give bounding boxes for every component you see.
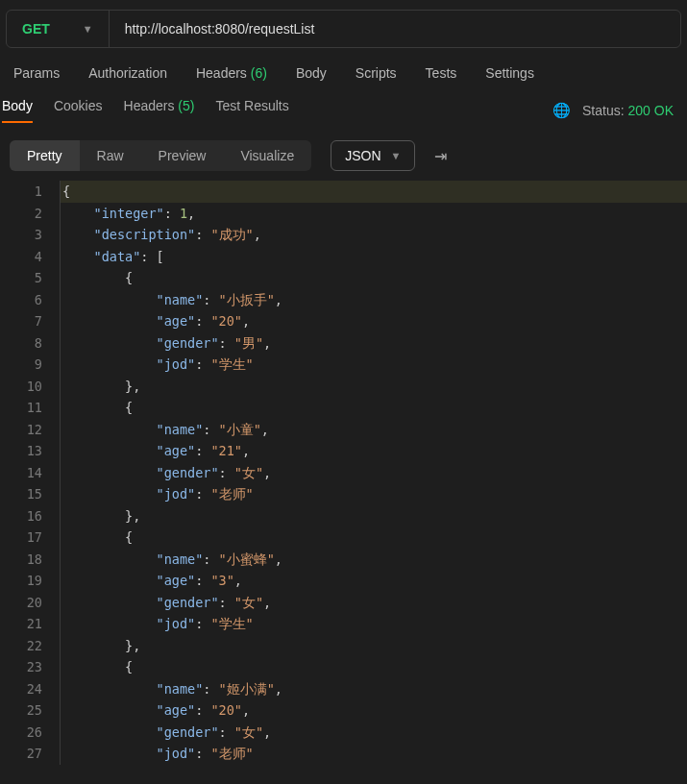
line-wrap-icon[interactable]: ⇥ [434, 147, 445, 165]
request-tabs: Params Authorization Headers (6) Body Sc… [0, 65, 687, 98]
status-label: Status: [582, 103, 625, 118]
tab-settings[interactable]: Settings [485, 65, 534, 81]
globe-icon[interactable]: 🌐 [552, 102, 571, 119]
code-area[interactable]: { "integer": 1, "description": "成功", "da… [60, 181, 687, 765]
resp-tab-headers-count: (5) [178, 98, 194, 113]
resp-tab-headers[interactable]: Headers (5) [124, 98, 195, 123]
tab-params[interactable]: Params [13, 65, 60, 81]
http-method-select[interactable]: GET ▼ [7, 11, 110, 47]
format-select[interactable]: JSON ▼ [331, 140, 415, 171]
status-block: 🌐 Status: 200 OK [552, 102, 674, 119]
resp-tab-cookies[interactable]: Cookies [54, 98, 103, 123]
response-meta-row: Body Cookies Headers (5) Test Results 🌐 … [0, 98, 687, 131]
tab-headers[interactable]: Headers (6) [196, 65, 267, 81]
response-toolbar: Pretty Raw Preview Visualize JSON ▼ ⇥ [0, 131, 687, 181]
format-label: JSON [345, 148, 380, 163]
response-tabs: Body Cookies Headers (5) Test Results [2, 98, 289, 123]
view-pretty[interactable]: Pretty [10, 140, 80, 171]
chevron-down-icon: ▼ [83, 23, 93, 35]
url-bar: GET ▼ [6, 10, 681, 48]
tab-body[interactable]: Body [296, 65, 327, 81]
view-mode-group: Pretty Raw Preview Visualize [10, 140, 311, 171]
tab-headers-label: Headers [196, 65, 247, 81]
http-method-label: GET [22, 21, 50, 37]
chevron-down-icon: ▼ [391, 150, 402, 161]
resp-tab-headers-label: Headers [124, 98, 175, 113]
response-editor[interactable]: 1234567891011121314151617181920212223242… [0, 181, 687, 765]
tab-tests[interactable]: Tests [426, 65, 457, 81]
url-input[interactable] [110, 11, 680, 47]
view-visualize[interactable]: Visualize [223, 140, 311, 171]
view-preview[interactable]: Preview [141, 140, 224, 171]
tab-authorization[interactable]: Authorization [88, 65, 167, 81]
line-gutter: 1234567891011121314151617181920212223242… [0, 181, 60, 765]
resp-tab-test-results[interactable]: Test Results [215, 98, 288, 123]
view-raw[interactable]: Raw [80, 140, 141, 171]
status-value: 200 OK [628, 103, 674, 118]
resp-tab-body[interactable]: Body [2, 98, 33, 123]
tab-headers-count: (6) [251, 65, 267, 81]
tab-scripts[interactable]: Scripts [356, 65, 397, 81]
